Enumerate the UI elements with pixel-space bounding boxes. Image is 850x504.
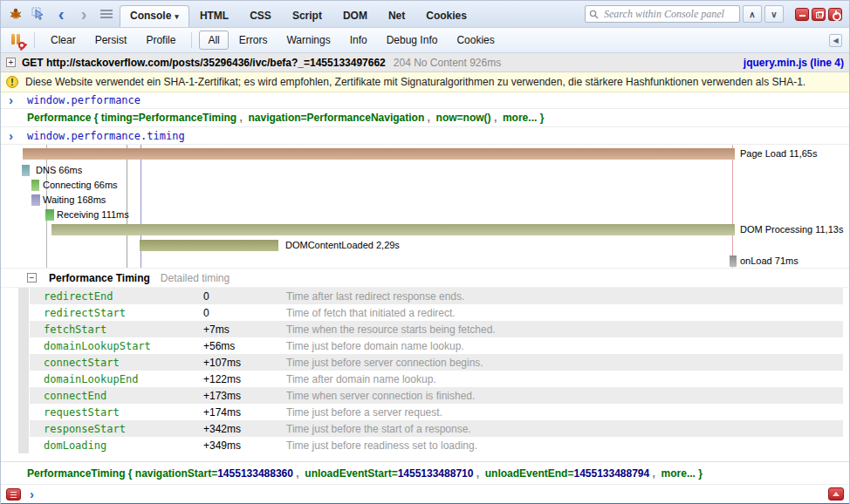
timing-desc: Time when server connection is finished. [286, 390, 475, 402]
filter-info[interactable]: Info [341, 31, 376, 50]
waterfall-label-domcontentloaded: DOMContentLoaded 2,29s [285, 240, 400, 251]
back-icon[interactable]: ‹ [53, 6, 69, 22]
waterfall-label-connecting: Connecting 66ms [43, 180, 118, 191]
timing-name: responseStart [44, 423, 203, 435]
timing-value: +7ms [203, 324, 286, 336]
command-chevron-icon: › [9, 130, 27, 142]
forward-icon[interactable]: › [76, 6, 92, 22]
tab-net[interactable]: Net [378, 5, 415, 27]
timing-desc: Time just before server connection begin… [286, 357, 483, 369]
collapse-toolbar-icon[interactable]: ◀ [829, 34, 842, 47]
search-prev-button[interactable]: ∧ [743, 5, 762, 23]
console-list-icon[interactable] [6, 488, 21, 501]
inspect-icon[interactable] [31, 6, 46, 22]
console-toolbar: ClearPersistProfile AllErrorsWarningsInf… [1, 27, 849, 53]
timing-desc: Time when the resource starts being fetc… [286, 324, 496, 336]
result-segment: navigation=PerformanceNavigation [249, 112, 425, 124]
filter-warnings[interactable]: Warnings [278, 31, 339, 50]
timing-name: connectStart [44, 357, 203, 369]
timing-value: 0 [203, 290, 286, 303]
timing-value: +342ms [203, 423, 286, 435]
filter-cookies[interactable]: Cookies [448, 31, 503, 50]
waterfall-gridline [127, 145, 127, 268]
timing-name: requestStart [44, 406, 203, 419]
console-log: + GET http://stackoverflow.com/posts/352… [1, 53, 849, 504]
tab-dropdown-icon[interactable]: ▾ [175, 12, 179, 21]
panel-tabs: Console▾HTMLCSSScriptDOMNetCookies [120, 1, 477, 27]
prompt-chevron-icon: › [30, 488, 34, 501]
request-status: 204 No Content 926ms [394, 57, 501, 69]
waterfall-label-onload: onLoad 71ms [740, 255, 799, 267]
result-object-row[interactable]: PerformanceTiming { navigationStart=1455… [1, 462, 849, 485]
table-row: domLoading+349msTime just before readine… [30, 437, 843, 453]
result-segment: unloadEventEnd= [485, 467, 574, 480]
expand-request-icon[interactable]: + [6, 58, 16, 67]
result-segment: Performance { [27, 112, 101, 124]
request-source-link[interactable]: jquery.min.js (line 4) [744, 57, 844, 69]
tab-label: DOM [343, 10, 367, 22]
command-line-input[interactable] [41, 487, 828, 501]
close-button[interactable] [828, 8, 842, 21]
profile-button[interactable]: Profile [137, 31, 184, 50]
table-row: connectStart+107msTime just before serve… [30, 354, 843, 371]
tab-dom[interactable]: DOM [332, 5, 378, 27]
search-input[interactable] [602, 7, 736, 22]
filter-all[interactable]: All [199, 31, 228, 50]
command-text[interactable]: window.performance.timing [27, 130, 185, 142]
result-segment: 1455133488360 [217, 467, 293, 480]
group-indent-strip [18, 288, 29, 453]
result-segment: , [236, 112, 248, 124]
waterfall-label-page-load: Page Load 11,65s [740, 148, 817, 160]
network-request-row[interactable]: + GET http://stackoverflow.com/posts/352… [1, 53, 849, 72]
command-text[interactable]: window.performance [27, 94, 141, 106]
result-segment: more... } [503, 112, 544, 124]
result-segment: navigationStart= [135, 467, 217, 480]
timing-waterfall-chart: Page Load 11,65sDNS 66msConnecting 66msW… [1, 145, 849, 269]
waterfall-bar-dns [22, 165, 30, 176]
waterfall-bar-waiting [31, 194, 40, 206]
result-segment: 1455133488710 [398, 467, 474, 480]
search-next-button[interactable]: ∨ [764, 5, 784, 23]
timing-name: redirectStart [44, 307, 203, 319]
filter-debug-info[interactable]: Debug Info [378, 31, 447, 50]
table-row: requestStart+174msTime just before a ser… [30, 404, 843, 420]
tab-script[interactable]: Script [282, 5, 332, 27]
persist-button[interactable]: Persist [86, 31, 136, 50]
tab-label: Net [388, 10, 405, 22]
table-row: redirectEnd0Time after last redirect res… [30, 288, 843, 304]
tab-cookies[interactable]: Cookies [415, 5, 477, 27]
tab-html[interactable]: HTML [189, 5, 239, 27]
panel-list-icon[interactable] [99, 6, 114, 22]
timing-value: +122ms [203, 373, 286, 385]
tab-css[interactable]: CSS [239, 5, 282, 27]
timing-name: domainLookupStart [44, 340, 203, 352]
waterfall-bar-domcontentloaded [140, 240, 278, 251]
timing-value: +349ms [203, 439, 286, 452]
table-row: connectEnd+173msTime when server connect… [30, 387, 843, 404]
timing-desc: Time just before domain name lookup. [286, 340, 464, 352]
result-segment: , [293, 467, 305, 480]
waterfall-gridline [732, 145, 733, 268]
result-segment: , [473, 467, 484, 480]
request-url: GET http://stackoverflow.com/posts/35296… [22, 57, 386, 69]
tab-console[interactable]: Console▾ [120, 5, 189, 27]
timing-value: +173ms [203, 390, 286, 402]
command-popup-button[interactable] [828, 487, 844, 501]
timing-group-header: − Performance Timing Detailed timing [1, 269, 849, 288]
filter-errors[interactable]: Errors [230, 31, 277, 50]
break-on-errors-icon[interactable] [10, 33, 24, 47]
waterfall-bar-page-load [23, 148, 735, 160]
minimize-button[interactable] [795, 8, 809, 21]
timing-value: +107ms [203, 357, 286, 369]
table-row: redirectStart0Time of fetch that initiat… [30, 304, 843, 321]
result-segment: PerformanceTiming { [27, 467, 135, 480]
command-row: › window.performance.timing [1, 127, 849, 145]
result-object-row[interactable]: Performance { timing=PerformanceTiming ,… [1, 109, 849, 127]
timing-desc: Time after last redirect response ends. [286, 290, 464, 303]
warning-row: ! Diese Website verwendet ein SHA-1-Zert… [1, 72, 849, 92]
detach-window-button[interactable] [812, 8, 826, 21]
firebug-icon[interactable] [8, 6, 24, 22]
clear-button[interactable]: Clear [42, 31, 85, 50]
timing-value: +56ms [203, 340, 286, 352]
collapse-group-icon[interactable]: − [27, 273, 37, 283]
